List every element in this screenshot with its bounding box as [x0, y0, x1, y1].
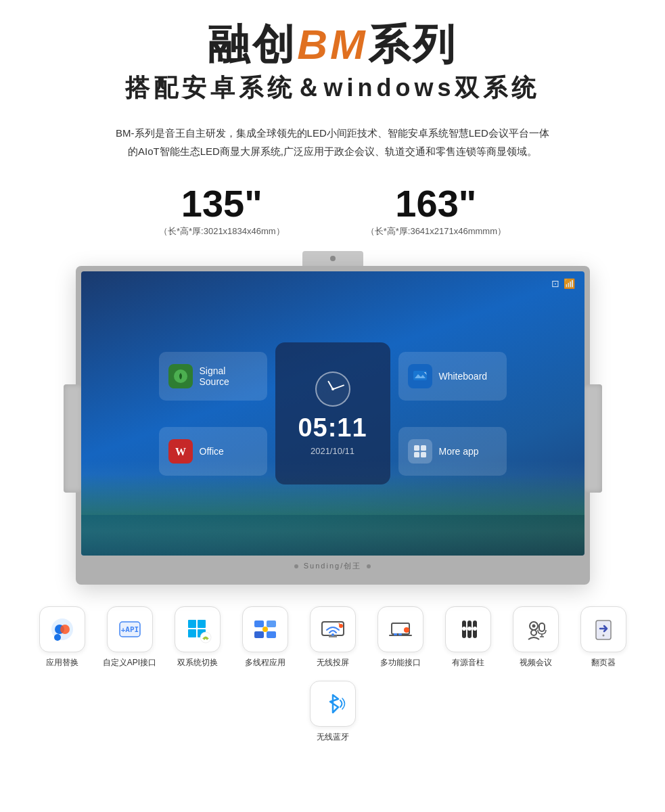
- feature-video-conf: 视频会议: [508, 606, 564, 669]
- tile-office[interactable]: W Office: [159, 427, 267, 476]
- api-svg: +API: [116, 615, 144, 644]
- feature-icon-dual-system: [175, 606, 221, 652]
- description-line1: BM-系列是音王自主研发，集成全球领先的LED小间距技术、智能安卓系统智慧LED…: [54, 124, 611, 142]
- dual-system-svg: [183, 615, 212, 644]
- signal-icon-svg: [172, 367, 189, 385]
- svg-rect-7: [414, 452, 419, 457]
- size-item-163: 163" （长*高*厚:3641x2171x46mmmm）: [366, 185, 506, 238]
- svg-point-29: [331, 633, 334, 636]
- monitor-dot-2: [367, 564, 371, 568]
- svg-point-50: [602, 635, 604, 637]
- feature-multifunction: 多功能接口: [373, 606, 428, 669]
- clock-date: 2021/10/11: [311, 446, 354, 456]
- speaker-svg: [454, 615, 482, 644]
- size-number-163: 163": [366, 185, 506, 223]
- clock-center-dot: [331, 388, 334, 390]
- header-section: 融创BM系列 搭配安卓系统＆windows双系统: [0, 0, 665, 112]
- signal-source-icon: [168, 364, 193, 388]
- bluetooth-svg: [319, 690, 347, 718]
- wireless-screen-svg: [319, 615, 347, 644]
- svg-rect-5: [414, 445, 419, 451]
- feature-icon-app-replace: [39, 606, 85, 652]
- title-part2: 系列: [368, 21, 457, 68]
- feature-multithread: 多线程应用: [237, 606, 293, 669]
- monitor-screen: ⊡ 📶 Signal Source: [81, 271, 584, 556]
- svg-point-20: [203, 638, 205, 640]
- more-app-icon: [408, 439, 432, 464]
- page-turner-svg: [589, 615, 618, 644]
- feature-icon-bluetooth: [310, 681, 356, 727]
- camera-bar: [302, 251, 363, 266]
- size-item-135: 135" （长*高*厚:3021x1834x46mm）: [159, 185, 285, 238]
- feature-icon-video-conf: [513, 606, 559, 652]
- svg-text:W: W: [175, 446, 186, 457]
- tile-signal-source[interactable]: Signal Source: [159, 352, 267, 401]
- size-section: 135" （长*高*厚:3021x1834x46mm） 163" （长*高*厚:…: [0, 166, 665, 244]
- svg-rect-45: [539, 623, 545, 631]
- monitor-side-right: [583, 384, 602, 493]
- app-replace-svg: [48, 615, 76, 644]
- svg-point-36: [404, 627, 409, 633]
- monitor-section: ⊡ 📶 Signal Source: [0, 244, 665, 585]
- feature-bluetooth: 无线蓝牙: [305, 681, 361, 743]
- feature-label-wireless-screen: 无线投屏: [317, 658, 349, 669]
- monitor-side-left: [64, 384, 83, 493]
- office-icon: W: [168, 439, 193, 464]
- svg-point-40: [462, 627, 466, 631]
- video-conf-svg: [522, 615, 550, 644]
- svg-rect-17: [188, 629, 196, 637]
- subtitle: 搭配安卓系统＆windows双系统: [0, 72, 665, 105]
- size-dim-163: （长*高*厚:3641x2171x46mmmm）: [366, 225, 506, 238]
- feature-icon-speaker: [445, 606, 491, 652]
- monitor-brand: Sunding/创王: [304, 561, 361, 571]
- svg-rect-49: [596, 621, 611, 639]
- svg-rect-22: [254, 621, 264, 627]
- feature-icon-multifunction: [377, 606, 423, 652]
- feature-icon-wireless-screen: [310, 606, 356, 652]
- svg-rect-23: [267, 621, 276, 627]
- office-icon-svg: W: [171, 442, 190, 461]
- svg-text:+API: +API: [120, 625, 139, 634]
- svg-rect-24: [254, 631, 264, 638]
- feature-label-dual-system: 双系统切换: [177, 658, 218, 669]
- svg-rect-6: [421, 445, 426, 451]
- svg-rect-15: [188, 620, 196, 628]
- monitor-frame: ⊡ 📶 Signal Source: [76, 266, 590, 585]
- whiteboard-icon-svg: [411, 367, 429, 385]
- screen-landscape: [81, 474, 584, 556]
- cast-icon: ⊡: [551, 278, 559, 289]
- features-section: 应用替换 +API 自定义API接口: [0, 585, 665, 759]
- svg-point-48: [531, 630, 536, 635]
- feature-icon-page-turner: [580, 606, 626, 652]
- app-grid: Signal Source 05:11 2021/10/11: [159, 342, 507, 484]
- description-section: BM-系列是音王自主研发，集成全球领先的LED小间距技术、智能安卓系统智慧LED…: [0, 112, 665, 166]
- svg-point-11: [60, 625, 70, 634]
- feature-speaker: 有源音柱: [440, 606, 496, 669]
- tile-more-app[interactable]: More app: [398, 427, 507, 476]
- camera-dot: [330, 256, 336, 261]
- screen-status: ⊡ 📶: [551, 278, 575, 289]
- feature-app-replace: 应用替换: [35, 606, 90, 669]
- feature-icon-api: +API: [107, 606, 153, 652]
- feature-label-video-conf: 视频会议: [520, 658, 552, 669]
- feature-label-app-replace: 应用替换: [46, 658, 78, 669]
- svg-point-42: [473, 627, 477, 631]
- tile-whiteboard[interactable]: Whiteboard: [398, 352, 507, 401]
- svg-rect-34: [394, 633, 397, 635]
- feature-dual-system: 双系统切换: [170, 606, 225, 669]
- feature-wireless-screen: 无线投屏: [305, 606, 361, 669]
- more-app-icon-svg: [411, 443, 429, 460]
- clock-time: 05:11: [298, 415, 367, 441]
- size-dim-135: （长*高*厚:3021x1834x46mm）: [159, 225, 285, 238]
- svg-point-26: [262, 627, 268, 632]
- office-label: Office: [200, 446, 224, 457]
- svg-point-44: [532, 625, 535, 628]
- title-part1: 融创: [208, 21, 297, 68]
- size-number-135: 135": [159, 185, 285, 223]
- multifunction-svg: [386, 615, 415, 644]
- svg-rect-16: [198, 620, 206, 628]
- monitor-dot-1: [294, 564, 298, 568]
- feature-page-turner: 翻页器: [576, 606, 631, 669]
- multithread-svg: [251, 615, 279, 644]
- feature-label-bluetooth: 无线蓝牙: [317, 732, 349, 743]
